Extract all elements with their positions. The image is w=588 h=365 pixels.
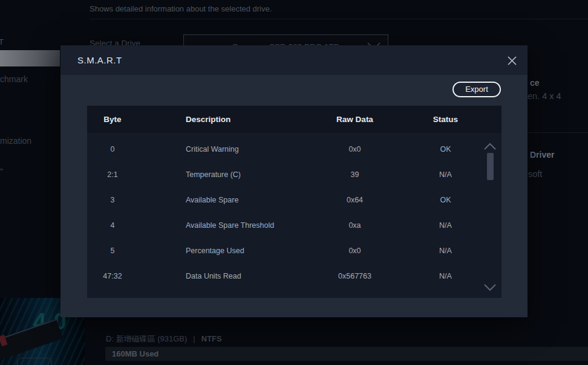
interface-label-fragment: ce [530,78,540,88]
col-header-byte: Byte [87,115,138,124]
cell-byte: 4 [87,221,138,230]
page-description: Shows detailed information about the sel… [90,4,272,13]
col-header-raw-data: Raw Data [293,115,417,124]
export-button[interactable]: Export [452,82,501,97]
driver-vendor-fragment: soft [528,169,542,179]
cell-byte: 2:1 [87,170,138,179]
cell-status: OK [417,145,474,153]
right-panel-divider [528,132,588,133]
cell-raw-data: 0x0 [293,247,417,255]
table-row: 3 Available Spare 0x64 OK [87,187,501,213]
sidebar-item-optimization: mization [0,136,31,146]
cell-status: N/A [417,272,474,280]
pcie-gen-value-fragment: en. 4 x 4 [528,91,561,101]
table-row: 2:1 Temperature (C) 39 N/A [87,162,501,187]
scroll-up-icon[interactable] [482,141,498,152]
volume-separator: | [193,334,195,343]
dialog-header: S.M.A.R.T [60,45,528,75]
capacity-used-label: 160MB Used [112,349,158,358]
cell-description: Data Units Read [138,272,293,280]
capacity-bar: 160MB Used [105,347,588,361]
table-row: 5 Percentage Used 0x0 N/A [87,238,501,263]
driver-label-fragment: Driver [530,150,554,160]
smart-table: Byte Description Raw Data Status 0 Criti… [87,106,501,298]
close-icon[interactable] [505,54,518,67]
table-row: 47:32 Data Units Read 0x567763 N/A [87,263,501,289]
scrollbar-thumb[interactable] [487,153,494,180]
col-header-status: Status [417,115,474,124]
cell-status: N/A [417,221,474,230]
table-body: 0 Critical Warning 0x0 OK 2:1 Temperatur… [87,133,501,289]
cell-raw-data: 39 [293,170,417,179]
cell-description: Available Spare [138,196,293,204]
volume-name: D: 新增磁碟區 (931GB) [106,334,187,343]
table-row: 4 Available Spare Threshold 0xa N/A [87,213,501,238]
cell-raw-data: 0x64 [293,196,417,204]
cell-status: N/A [417,170,474,179]
cell-byte: 5 [87,247,138,255]
sidebar-item-selected [0,50,60,66]
cell-description: Percentage Used [138,247,293,255]
header-divider [90,19,588,19]
cell-description: Critical Warning [138,145,293,153]
app-screen: Shows detailed information about the sel… [0,0,588,365]
col-header-description: Description [138,115,293,124]
sidebar-dash-fragment [0,169,3,170]
cell-raw-data: 0x567763 [293,272,417,280]
volume-info: D: 新增磁碟區 (931GB)|NTFS [106,334,222,344]
cell-byte: 3 [87,196,138,204]
cell-byte: 0 [87,145,138,153]
smart-dialog: S.M.A.R.T Export Byte Description Raw Da… [60,45,528,317]
table-row: 0 Critical Warning 0x0 OK [87,137,501,162]
sidebar-item-fragment-top: T [0,37,4,47]
cell-raw-data: 0xa [293,221,417,230]
cell-description: Temperature (C) [138,170,293,179]
sidebar-item-benchmark: chmark [0,74,28,84]
cell-byte: 47:32 [87,272,138,280]
filesystem-label: NTFS [201,334,222,343]
scroll-down-icon[interactable] [482,282,498,292]
dialog-title: S.M.A.R.T [77,45,122,75]
table-header-row: Byte Description Raw Data Status [87,106,501,133]
cell-raw-data: 0x0 [293,145,417,153]
cell-status: N/A [417,247,474,255]
ssd-package-outline [17,358,52,365]
cell-status: OK [417,196,474,204]
cell-description: Available Spare Threshold [138,221,293,230]
